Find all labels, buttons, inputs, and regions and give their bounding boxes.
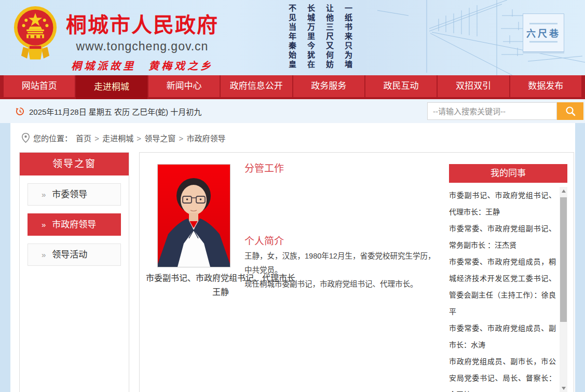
sidebar-item-label: 市政府领导 [52, 220, 96, 229]
sidebar-leader-menu: 领导之窗 »市委领导»市政府领导»领导活动 [19, 152, 129, 392]
nav-item-6[interactable]: 政民互动 [365, 75, 437, 97]
colleague-item-5: 市政府党组成员、副市长，市公安局党委书记、局长、督察长：金天柱 [449, 353, 556, 392]
search-button[interactable] [557, 102, 583, 120]
location-pin-icon [22, 133, 30, 143]
search-icon [565, 105, 576, 117]
colleague-item-3: 市委常委、市政府党组成员，桐城经济技术开发区党工委书记、管委会副主任（主持工作）… [449, 253, 556, 320]
brand-block: 桐城市人民政府 www.tongcheng.gov.cn 桐城派故里 黄梅戏之乡 [59, 8, 225, 73]
breadcrumb-link-1[interactable]: 首页 [76, 134, 91, 143]
nav-item-5[interactable]: 政务服务 [293, 75, 364, 97]
site-url: www.tongcheng.gov.cn [59, 39, 225, 53]
date-search-bar: 2025年11月28日 星期五 农历 乙巳年(蛇) 十月初九 [0, 99, 585, 123]
colleague-item-4: 市委常委、市政府党组成员、副市长：水涛 [449, 320, 556, 353]
leader-portrait-photo [157, 164, 230, 267]
colleague-item-1: 市委副书记、市政府党组书记、代理市长：王静 [449, 187, 556, 220]
breadcrumb-links: 首页 > 走进桐城 > 领导之窗 > 市政府领导 [76, 132, 225, 143]
site-name: 桐城市人民政府 [59, 8, 225, 38]
chevron-right-icon: » [42, 190, 46, 199]
nav-item-3[interactable]: 新闻中心 [148, 75, 220, 97]
sidebar-items: »市委领导»市政府领导»领导活动 [20, 183, 129, 266]
sidebar-item-label: 市委领导 [52, 190, 87, 199]
site-slogan: 桐城派故里 黄梅戏之乡 [59, 58, 225, 73]
clock-icon [16, 107, 24, 116]
section-bio-title: 个人简介 [244, 233, 284, 247]
leader-bio-text: 王静，女，汉族，1980年12月生，省委党校研究生学历，中共党员。现任桐城市委副… [244, 249, 437, 291]
nav-item-2[interactable]: 走进桐城 [76, 75, 147, 99]
breadcrumb-link-3[interactable]: 领导之窗 [144, 134, 175, 143]
current-date-text: 2025年11月28日 星期五 农历 乙巳年(蛇) 十月初九 [29, 106, 201, 117]
search-input[interactable] [427, 102, 557, 120]
scrollbar-thumb[interactable] [560, 197, 567, 322]
nav-item-8[interactable]: 数据发布 [510, 75, 581, 97]
poem-line-2: 让他三尺又何妨 [324, 4, 335, 73]
colleague-item-2: 市委常委、市政府党组副书记、常务副市长 ：汪杰贤 [449, 220, 556, 253]
chevron-right-icon: » [42, 220, 46, 229]
sidebar-title: 领导之窗 [20, 153, 129, 175]
nav-item-4[interactable]: 政府信息公开 [221, 75, 292, 97]
colleagues-list: 市委副书记、市政府党组书记、代理市长：王静市委常委、市政府党组副书记、常务副市长… [449, 187, 567, 392]
colleagues-scrollbar[interactable] [560, 187, 567, 392]
bio-paragraph-2: 现任桐城市委副书记，市政府党组书记、代理市长。 [244, 277, 437, 291]
breadcrumb-separator: > [92, 134, 101, 143]
poem-line-1: 一纸书来只为墙 [343, 4, 353, 73]
poem-line-3: 长城万里今犹在 [305, 4, 316, 73]
national-emblem-icon [13, 4, 57, 65]
main-nav: 网站首页走进桐城新闻中心政府信息公开政务服务政民互动双招双引数据发布 [0, 75, 585, 99]
plaque-decor-top [529, 23, 557, 24]
content-wrapper: 您的位置： 首页 > 走进桐城 > 领导之窗 > 市政府领导 领导之窗 »市委领… [10, 123, 575, 392]
plaque-text: 六尺巷 [526, 26, 561, 39]
breadcrumb-link-4[interactable]: 市政府领导 [186, 134, 225, 143]
section-work-title: 分管工作 [244, 160, 284, 174]
leader-profile-panel: 市委副书记、市政府党组书记、代理市长 王静 分管工作 个人简介 王静，女，汉族，… [139, 152, 574, 392]
scroll-up-arrow[interactable] [560, 187, 567, 195]
breadcrumb: 您的位置： 首页 > 走进桐城 > 领导之窗 > 市政府领导 [10, 123, 575, 144]
six-foot-lane-plaque: 六尺巷 [523, 13, 564, 52]
sidebar-item-2[interactable]: »市政府领导 [28, 213, 121, 236]
colleagues-title: 我的同事 [449, 164, 567, 183]
colleagues-panel: 我的同事 市委副书记、市政府党组书记、代理市长：王静市委常委、市政府党组副书记、… [449, 164, 567, 392]
breadcrumb-separator: > [134, 134, 143, 143]
site-header: 桐城市人民政府 www.tongcheng.gov.cn 桐城派故里 黄梅戏之乡… [0, 0, 585, 75]
sidebar-item-label: 领导活动 [52, 250, 87, 260]
breadcrumb-prefix: 您的位置： [33, 132, 72, 143]
lane-sketch-art: 六尺巷 [377, 0, 585, 75]
breadcrumb-link-2[interactable]: 走进桐城 [102, 134, 133, 143]
search-box [427, 102, 583, 120]
breadcrumb-separator: > [176, 134, 185, 143]
chevron-right-icon: » [42, 250, 46, 259]
six-foot-lane-poem: 一纸书来只为墙让他三尺又何妨长城万里今犹在不见当年秦始皇 [287, 4, 353, 73]
bio-paragraph-1: 王静，女，汉族，1980年12月生，省委党校研究生学历，中共党员。 [244, 249, 437, 277]
scroll-down-arrow[interactable] [560, 384, 567, 392]
nav-item-1[interactable]: 网站首页 [4, 75, 75, 97]
plaque-decor-bottom [529, 41, 557, 43]
sidebar-item-3[interactable]: »领导活动 [28, 244, 121, 266]
nav-item-7[interactable]: 双招双引 [438, 75, 509, 97]
sidebar-item-1[interactable]: »市委领导 [28, 183, 121, 206]
poem-line-4: 不见当年秦始皇 [287, 4, 297, 73]
